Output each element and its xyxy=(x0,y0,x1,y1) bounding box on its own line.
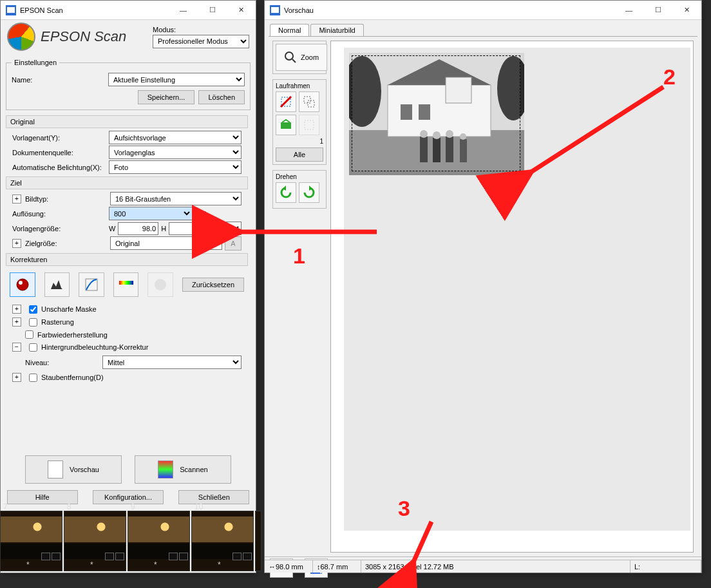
svg-rect-5 xyxy=(119,281,133,285)
tone-curve-icon[interactable] xyxy=(79,272,104,297)
marquee-count: 1 xyxy=(276,138,323,145)
window-title: EPSON Scan xyxy=(20,6,169,14)
annotation-number-1: 1 xyxy=(293,243,305,269)
thumbnail[interactable]: 8* xyxy=(64,511,126,571)
status-height: ↕68.7 mm xyxy=(313,560,361,573)
app-icon xyxy=(6,5,16,15)
vorschau-button[interactable]: Vorschau xyxy=(25,455,122,484)
vorlagengroesse-label: Vorlagengröße: xyxy=(12,225,109,232)
alle-button[interactable]: Alle xyxy=(276,147,323,162)
thumbnail-strip: 7* 8* 9* 10* xyxy=(0,511,261,571)
vorlagenart-select[interactable]: Aufsichtsvorlage xyxy=(109,131,242,144)
tab-normal[interactable]: Normal xyxy=(270,24,309,36)
app-title: EPSON Scan xyxy=(41,28,126,45)
rasterung-label: Rasterung xyxy=(41,318,74,326)
preview-maximize-button[interactable]: ☐ xyxy=(643,1,672,19)
staub-checkbox[interactable] xyxy=(29,374,37,382)
svg-point-3 xyxy=(19,281,23,285)
svg-point-9 xyxy=(285,52,293,60)
unscharfe-label: Unscharfe Maske xyxy=(41,305,97,313)
status-l: L: xyxy=(630,560,701,573)
thumbnail[interactable]: 10* xyxy=(191,511,254,571)
preview-titlebar: Vorschau — ☐ ✕ xyxy=(265,1,701,20)
scannen-button[interactable]: Scannen xyxy=(135,455,231,484)
original-head: Original xyxy=(6,115,248,128)
unit-select[interactable]: mm xyxy=(212,222,242,235)
hgb-checkbox[interactable] xyxy=(29,343,37,352)
thumbnail[interactable]: 9* xyxy=(128,511,190,571)
preview-minimize-button[interactable]: — xyxy=(614,1,643,19)
expand-bildtyp[interactable]: + xyxy=(12,194,21,204)
laufrahmen-label: Laufrahmen xyxy=(276,82,323,90)
svg-rect-15 xyxy=(281,122,291,129)
auto-belichtung-select[interactable]: Foto xyxy=(109,160,242,174)
zoom-button[interactable]: Zoom xyxy=(276,44,327,71)
konfiguration-button[interactable]: Konfiguration... xyxy=(93,490,164,504)
color-adjust-icon[interactable] xyxy=(113,272,139,297)
schliessen-button[interactable]: Schließen xyxy=(178,490,249,504)
annotation-number-2: 2 xyxy=(663,64,676,90)
zielgroesse-select[interactable]: Original xyxy=(110,236,222,250)
magnifier-icon xyxy=(284,51,297,64)
scan-icon xyxy=(158,460,173,479)
delete-settings-button[interactable]: Löschen xyxy=(198,90,245,104)
preview-icon xyxy=(48,460,63,479)
mode-label: Modus: xyxy=(153,26,249,33)
svg-rect-13 xyxy=(304,97,310,103)
epson-scan-window: EPSON Scan — ☐ ✕ EPSON Scan Modus: Profe… xyxy=(0,0,256,573)
expand-unscharfe[interactable]: + xyxy=(12,305,21,314)
width-input[interactable] xyxy=(118,222,158,235)
zielgroesse-label: Zielgröße: xyxy=(25,240,110,247)
expand-zielgroesse[interactable]: + xyxy=(12,239,21,248)
rotate-left-icon[interactable] xyxy=(276,182,296,203)
svg-line-10 xyxy=(292,59,296,62)
expand-rasterung[interactable]: + xyxy=(12,318,21,327)
svg-point-2 xyxy=(17,279,28,290)
svg-rect-16 xyxy=(305,120,314,129)
expand-hgb[interactable]: − xyxy=(12,343,21,352)
histogram-icon[interactable] xyxy=(44,272,70,297)
dpi-label: dpi xyxy=(196,210,206,218)
unscharfe-maske-checkbox[interactable] xyxy=(29,305,37,314)
copy-marquee-icon[interactable] xyxy=(299,91,319,112)
h-label: H xyxy=(161,225,166,232)
preview-app-icon xyxy=(270,5,280,15)
niveau-select[interactable]: Mittel xyxy=(102,356,242,369)
close-button[interactable]: ✕ xyxy=(227,1,256,19)
status-width: ↔98.0 mm xyxy=(265,560,313,573)
thumbnail[interactable] xyxy=(255,511,261,571)
dokumentenquelle-select[interactable]: Vorlagenglas xyxy=(109,146,242,159)
height-input[interactable] xyxy=(169,222,209,235)
save-settings-button[interactable]: Speichern... xyxy=(138,90,195,104)
auto-marquee-icon[interactable] xyxy=(276,115,296,135)
expand-staub[interactable]: + xyxy=(12,373,21,382)
delete-marquee-icon[interactable] xyxy=(276,91,296,112)
niveau-label: Niveau: xyxy=(25,359,102,366)
reset-button[interactable]: Zurücksetzen xyxy=(182,278,244,292)
rotate-right-icon[interactable] xyxy=(299,182,319,203)
vorlagenart-label: Vorlagenart(Y): xyxy=(12,134,109,142)
preview-canvas[interactable] xyxy=(330,41,694,553)
aufloesung-select[interactable]: 800 xyxy=(109,207,193,220)
erase-marquee-icon xyxy=(299,115,319,135)
auto-exposure-icon[interactable] xyxy=(10,272,35,297)
name-select[interactable]: Aktuelle Einstellung xyxy=(108,73,245,86)
thumbnail[interactable]: 7* xyxy=(0,511,62,571)
lock-aspect-button: A xyxy=(225,236,242,251)
auto-belichtung-label: Automatische Belichtung(X): xyxy=(12,164,109,171)
epson-logo-icon xyxy=(7,23,35,51)
tab-miniaturbild[interactable]: Miniaturbild xyxy=(310,24,363,36)
minimize-button[interactable]: — xyxy=(169,1,198,19)
preview-title: Vorschau xyxy=(284,6,614,14)
maximize-button[interactable]: ☐ xyxy=(198,1,227,19)
preview-close-button[interactable]: ✕ xyxy=(672,1,701,19)
drehen-label: Drehen xyxy=(276,173,323,180)
bildtyp-select[interactable]: 16 Bit-Graustufen xyxy=(110,192,242,205)
svg-line-12 xyxy=(281,97,291,107)
rasterung-checkbox[interactable] xyxy=(29,318,37,327)
dokumentenquelle-label: Dokumentenquelle: xyxy=(12,149,109,156)
svg-rect-14 xyxy=(308,100,314,107)
farbwieder-checkbox[interactable] xyxy=(25,330,33,339)
mode-select[interactable]: Professioneller Modus xyxy=(153,35,249,48)
selection-marquee[interactable] xyxy=(352,55,520,171)
